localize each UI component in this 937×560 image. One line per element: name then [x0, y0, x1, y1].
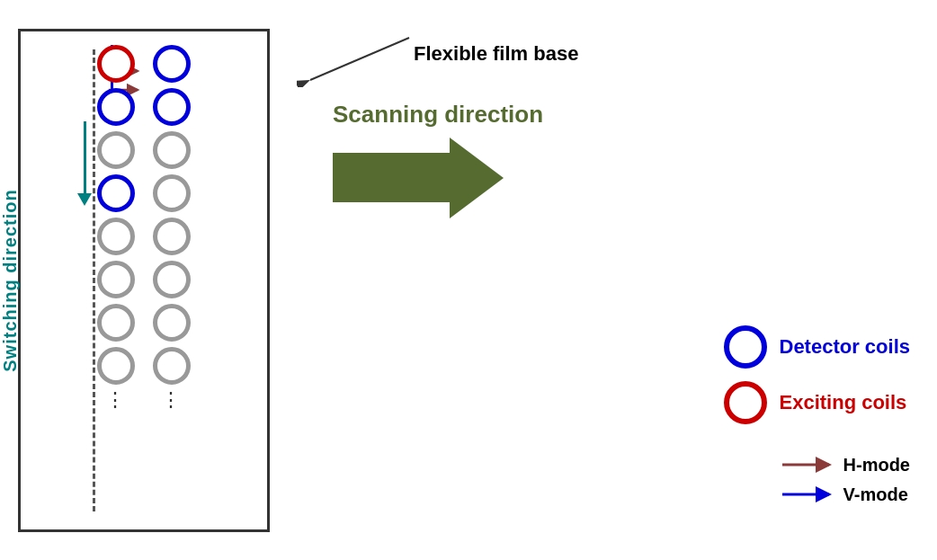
exciting-coil-1: [97, 45, 135, 83]
switching-direction-label: Switching direction: [0, 189, 21, 371]
legend-exciting-label: Exciting coils: [780, 391, 907, 414]
legend-detector-label: Detector coils: [780, 335, 911, 359]
coils-area: ⋮ ⋮: [97, 45, 191, 410]
gray-coil-3: [97, 261, 135, 298]
gray-coil-1: [97, 131, 135, 169]
gray-coil-6: [153, 131, 191, 169]
scanning-arrow: [333, 138, 543, 218]
legend-detector-coil-icon: [724, 325, 767, 369]
film-base-label: Flexible film base: [414, 42, 578, 66]
gray-coil-11: [153, 347, 191, 385]
v-mode-label: V-mode: [843, 484, 908, 505]
legend-exciting-coil-icon: [724, 381, 767, 424]
switch-direction-arrow: [77, 121, 92, 206]
detector-coil-1: [97, 88, 135, 126]
coil-column-1: ⋮: [97, 45, 135, 410]
arrow-head: [450, 138, 504, 218]
v-mode-arrow-legend: [781, 485, 834, 503]
legend-detector: Detector coils: [724, 325, 911, 369]
svg-line-2: [310, 38, 409, 80]
scanning-direction-label: Scanning direction: [333, 101, 543, 129]
scan-direction-section: Scanning direction: [333, 101, 543, 218]
right-area: Flexible film base Scanning direction De…: [306, 29, 919, 532]
h-mode-legend: H-mode: [781, 455, 910, 476]
gray-coil-9: [153, 261, 191, 298]
detector-coil-4: [153, 88, 191, 126]
detector-coil-2: [97, 174, 135, 212]
main-container: Switching direction: [0, 0, 937, 560]
v-mode-legend: V-mode: [781, 484, 910, 505]
dashed-line: [93, 49, 95, 511]
left-panel: Switching direction: [18, 29, 270, 532]
dots-col2: ⋮: [161, 390, 183, 410]
h-mode-arrow-legend: [781, 456, 834, 474]
detector-coil-3: [153, 45, 191, 83]
gray-coil-5: [97, 347, 135, 385]
gray-coil-7: [153, 174, 191, 212]
gray-coil-10: [153, 304, 191, 342]
gray-coil-4: [97, 304, 135, 342]
gray-coil-2: [97, 218, 135, 255]
coil-column-2: ⋮: [153, 45, 191, 410]
legend-exciting: Exciting coils: [724, 381, 911, 424]
dots-col1: ⋮: [105, 390, 127, 410]
gray-coil-8: [153, 218, 191, 255]
film-base-arrow: [297, 33, 414, 87]
arrow-shaft: [333, 153, 450, 202]
h-mode-label: H-mode: [843, 455, 910, 476]
